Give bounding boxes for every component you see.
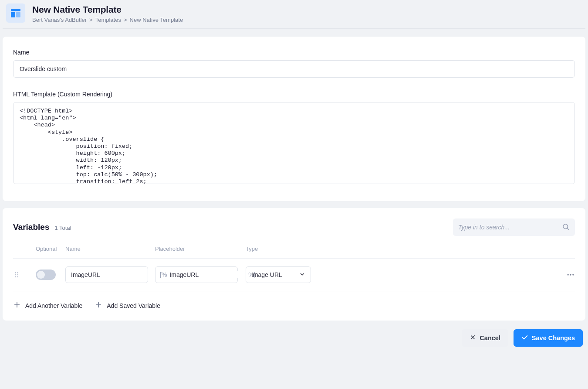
- col-placeholder: Placeholder: [155, 246, 246, 252]
- svg-point-7: [15, 274, 16, 276]
- variables-table: Optional Name Placeholder Type: [13, 242, 575, 291]
- template-icon: [6, 3, 25, 23]
- svg-point-10: [17, 276, 18, 277]
- placeholder-prefix: [%: [160, 271, 167, 278]
- add-another-variable-button[interactable]: Add Another Variable: [13, 301, 82, 310]
- svg-line-4: [567, 228, 569, 230]
- page-header: New Native Template Bert Varias's AdButl…: [3, 0, 585, 29]
- variables-title: Variables: [13, 222, 49, 232]
- svg-point-8: [17, 274, 18, 276]
- chevron-down-icon: [299, 271, 305, 279]
- col-type: Type: [246, 246, 320, 252]
- html-template-label: HTML Template (Custom Rendering): [13, 91, 575, 98]
- svg-point-9: [15, 276, 16, 277]
- check-icon: [521, 334, 528, 342]
- name-input[interactable]: [13, 60, 575, 78]
- more-icon: [566, 270, 575, 279]
- plus-icon: [13, 301, 21, 310]
- search-icon: [562, 223, 570, 232]
- variables-card: Variables 1 Total Optional Name Placehol…: [3, 208, 585, 321]
- search-input[interactable]: [458, 224, 562, 231]
- variable-name-input[interactable]: [65, 266, 148, 283]
- svg-point-13: [572, 274, 574, 275]
- row-actions-button[interactable]: [558, 270, 575, 279]
- drag-handle-icon[interactable]: [13, 271, 36, 278]
- svg-point-12: [570, 274, 571, 275]
- variables-search[interactable]: [453, 218, 575, 236]
- optional-toggle[interactable]: [36, 270, 56, 280]
- plus-icon: [95, 301, 102, 310]
- svg-point-11: [568, 274, 569, 275]
- svg-rect-0: [11, 9, 20, 11]
- cancel-button[interactable]: Cancel: [462, 329, 508, 347]
- col-optional: Optional: [36, 246, 65, 252]
- col-name: Name: [65, 246, 155, 252]
- variable-type-select[interactable]: Image URL: [246, 266, 311, 283]
- template-form-card: Name HTML Template (Custom Rendering) <!…: [3, 37, 585, 201]
- breadcrumb-mid[interactable]: Templates: [95, 17, 121, 23]
- svg-point-6: [17, 272, 18, 273]
- variables-count: 1 Total: [54, 225, 71, 231]
- page-actions: Cancel Save Changes: [3, 321, 585, 347]
- name-label: Name: [13, 49, 575, 56]
- breadcrumb: Bert Varias's AdButler > Templates > New…: [32, 17, 183, 23]
- variable-placeholder-input[interactable]: [% %]: [155, 266, 238, 283]
- variable-row: [% %] Image URL: [13, 259, 575, 291]
- svg-point-5: [15, 272, 16, 273]
- html-template-textarea[interactable]: <!DOCTYPE html> <html lang="en"> <head> …: [13, 102, 575, 184]
- breadcrumb-root[interactable]: Bert Varias's AdButler: [32, 17, 87, 23]
- page-title: New Native Template: [32, 4, 183, 15]
- add-saved-variable-button[interactable]: Add Saved Variable: [95, 301, 160, 310]
- save-button[interactable]: Save Changes: [514, 329, 583, 347]
- svg-rect-1: [11, 12, 15, 17]
- svg-rect-2: [16, 12, 20, 17]
- close-icon: [470, 334, 476, 342]
- variable-type-value: Image URL: [251, 271, 282, 278]
- breadcrumb-current: New Native Template: [130, 17, 183, 23]
